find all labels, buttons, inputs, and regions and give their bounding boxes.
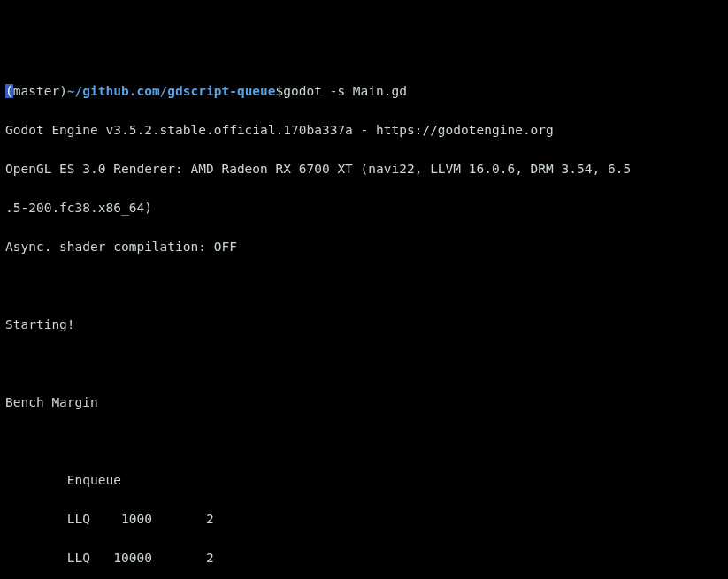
output-line — [5, 354, 723, 373]
output-line: .5-200.fc38.x86_64) — [5, 198, 723, 217]
output-line: OpenGL ES 3.0 Renderer: AMD Radeon RX 67… — [5, 159, 723, 179]
output-line: LLQ 10000 2 — [5, 548, 723, 568]
prompt-line-1: (master)~/github.com/gdscript-queue$godo… — [5, 81, 723, 101]
branch-name: master — [13, 84, 59, 98]
output-line: Enqueue — [5, 470, 723, 490]
branch-open: ( — [5, 84, 13, 98]
branch-close: ) — [59, 84, 67, 98]
output-line: Starting! — [5, 315, 723, 334]
output-line — [5, 276, 723, 295]
prompt-dollar: $ — [276, 84, 284, 98]
output-line: Async. shader compilation: OFF — [5, 237, 723, 256]
cwd-path: ~/github.com/gdscript-queue — [67, 84, 276, 98]
output-line: Godot Engine v3.5.2.stable.official.170b… — [5, 120, 723, 140]
output-line: Bench Margin — [5, 392, 723, 412]
output-line — [5, 431, 723, 451]
command-text: godot -s Main.gd — [283, 84, 407, 98]
output-line: LLQ 1000 2 — [5, 509, 723, 529]
